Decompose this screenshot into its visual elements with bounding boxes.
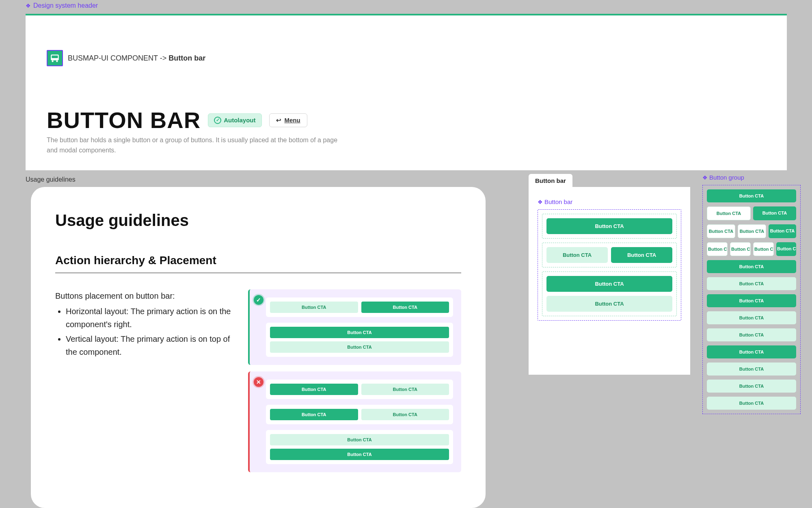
frame-inner-label: ❖ Button bar xyxy=(538,198,681,205)
group-cta-outlined[interactable]: Button CTA xyxy=(730,242,751,256)
variant-horizontal: Button CTA Button CTA xyxy=(542,243,677,267)
usage-heading: Usage guidelines xyxy=(55,211,461,230)
cta-button-primary[interactable]: Button CTA xyxy=(270,384,358,395)
title-row: BUTTON BAR ✓ Autolayout ↩ Menu xyxy=(47,107,307,133)
cta-button-secondary[interactable]: Button CTA xyxy=(270,302,358,313)
group-cta-outlined[interactable]: Button CTA xyxy=(707,242,728,256)
group-cta-secondary[interactable]: Button CTA xyxy=(707,311,796,324)
cta-button-primary[interactable]: Button CTA xyxy=(611,247,672,263)
example-row-horizontal: Button CTA Button CTA xyxy=(266,297,453,317)
cta-button-primary[interactable]: Button CTA xyxy=(361,302,449,313)
cta-button-secondary[interactable]: Button CTA xyxy=(270,341,449,353)
usage-frame-label: Usage guidelines xyxy=(26,176,76,183)
autolayout-badge: ✓ Autolayout xyxy=(208,113,261,127)
usage-text: Buttons placement on button bar: Horizon… xyxy=(55,289,232,472)
menu-label: Menu xyxy=(285,117,300,124)
group-cta-primary[interactable]: Button CTA xyxy=(769,224,796,238)
cta-button-primary[interactable]: Button CTA xyxy=(270,409,358,420)
group-cta-secondary[interactable]: Button CTA xyxy=(707,277,796,290)
example-row-horizontal-bad: Button CTA Button CTA xyxy=(266,380,453,399)
autolayout-label: Autolayout xyxy=(224,117,255,124)
example-good: ✓ Button CTA Button CTA Button CTA Butto… xyxy=(248,289,461,365)
button-group-frame: Button CTA Button CTA Button CTA Button … xyxy=(702,185,801,414)
check-circle-icon: ✓ xyxy=(214,117,221,124)
button-bar-dashed-outer: Button CTA Button CTA Button CTA Button … xyxy=(538,209,681,321)
group-cta-primary[interactable]: Button CTA xyxy=(776,242,796,256)
example-row-vertical-bad: Button CTA Button CTA xyxy=(266,430,453,464)
cta-button-primary[interactable]: Button CTA xyxy=(270,327,449,338)
diamond-icon: ❖ xyxy=(538,199,543,205)
example-row-horizontal-bad-2: Button CTA Button CTA xyxy=(266,405,453,424)
svg-point-2 xyxy=(52,60,53,62)
frame-inner-label-text: Button bar xyxy=(544,198,572,205)
group-cta-secondary[interactable]: Button CTA xyxy=(707,328,796,341)
group-cta-primary[interactable]: Button CTA xyxy=(707,294,796,307)
examples-column: ✓ Button CTA Button CTA Button CTA Butto… xyxy=(248,289,461,472)
diamond-icon: ❖ xyxy=(702,174,708,181)
cta-button-secondary[interactable]: Button CTA xyxy=(546,296,672,312)
cta-button-secondary[interactable]: Button CTA xyxy=(546,247,608,263)
group-cta-secondary[interactable]: Button CTA xyxy=(707,397,796,410)
breadcrumb-root: BUSMAP-UI COMPONENT xyxy=(68,54,158,62)
cta-button-primary[interactable]: Button CTA xyxy=(270,449,449,460)
usage-card: Usage guidelines Action hierarchy & Plac… xyxy=(31,187,486,508)
group-cta-primary[interactable]: Button CTA xyxy=(753,206,796,220)
group-cta-primary[interactable]: Button CTA xyxy=(707,345,796,358)
breadcrumb-current: Button bar xyxy=(168,54,205,62)
svg-rect-1 xyxy=(52,56,58,59)
check-icon: ✓ xyxy=(254,295,263,305)
button-group-label-text: Button group xyxy=(709,174,744,181)
usage-intro: Buttons placement on button bar: xyxy=(55,289,232,302)
breadcrumb-sep: -> xyxy=(160,54,167,62)
diamond-icon: ❖ xyxy=(26,2,31,9)
group-cta-outlined[interactable]: Button CTA xyxy=(738,224,766,238)
header-card: BUSMAP-UI COMPONENT -> Button bar BUTTON… xyxy=(26,14,787,170)
breadcrumb-text: BUSMAP-UI COMPONENT -> Button bar xyxy=(68,54,205,63)
page-label-text: Design system header xyxy=(33,2,98,9)
menu-badge[interactable]: ↩ Menu xyxy=(269,113,307,127)
variant-single: Button CTA xyxy=(542,214,677,239)
button-group-label: ❖ Button group xyxy=(702,174,744,181)
group-cta-outlined[interactable]: Button CTA xyxy=(707,206,751,220)
example-row-vertical: Button CTA Button CTA xyxy=(266,323,453,357)
cross-icon: ✕ xyxy=(254,377,263,387)
frame-tab-buttonbar[interactable]: Button bar xyxy=(529,174,572,187)
usage-section-heading: Action hierarchy & Placement xyxy=(55,254,461,273)
page-description: The button bar holds a single button or … xyxy=(47,135,347,156)
cta-button-secondary[interactable]: Button CTA xyxy=(361,384,449,395)
design-system-header-label: ❖ Design system header xyxy=(26,2,98,9)
group-cta-primary[interactable]: Button CTA xyxy=(707,189,796,202)
usage-bullet-1: Horizontal layout: The primary action is… xyxy=(66,305,232,331)
group-cta-primary[interactable]: Button CTA xyxy=(707,260,796,273)
group-cta-outlined[interactable]: Button CTA xyxy=(753,242,774,256)
variant-vertical: Button CTA Button CTA xyxy=(542,271,677,316)
cta-button-primary[interactable]: Button CTA xyxy=(546,218,672,234)
example-bad: ✕ Button CTA Button CTA Button CTA Butto… xyxy=(248,371,461,472)
group-cta-outlined[interactable]: Button CTA xyxy=(707,224,735,238)
group-cta-secondary[interactable]: Button CTA xyxy=(707,380,796,393)
bus-logo-icon xyxy=(47,50,63,66)
svg-point-3 xyxy=(56,60,58,62)
usage-bullet-2: Vertical layout: The primary action is o… xyxy=(66,332,232,358)
breadcrumb: BUSMAP-UI COMPONENT -> Button bar xyxy=(47,50,205,66)
page-title: BUTTON BAR xyxy=(47,107,201,133)
undo-arrow-icon: ↩ xyxy=(276,117,281,124)
cta-button-secondary[interactable]: Button CTA xyxy=(361,409,449,420)
cta-button-secondary[interactable]: Button CTA xyxy=(270,434,449,445)
button-bar-frame: ❖ Button bar Button CTA Button CTA Butto… xyxy=(529,187,690,375)
cta-button-primary[interactable]: Button CTA xyxy=(546,276,672,292)
group-cta-secondary[interactable]: Button CTA xyxy=(707,363,796,376)
